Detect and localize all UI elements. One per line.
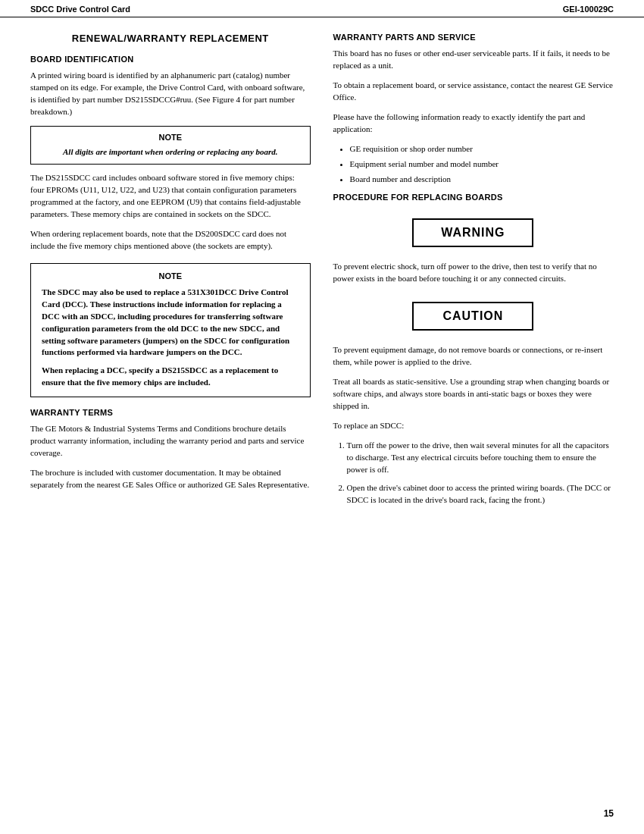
bullet-2: Equipment serial number and model number [350, 158, 614, 171]
warning-label: WARNING [429, 226, 517, 240]
caution-box: CAUTION [412, 302, 533, 331]
board-identification-section: BOARD IDENTIFICATION A printed wiring bo… [30, 55, 311, 397]
note1-title: NOTE [40, 133, 301, 142]
bullet-1: GE requisition or shop order number [350, 143, 614, 155]
warning-box: WARNING [412, 218, 533, 247]
caution-para2: Treat all boards as static-sensitive. Us… [333, 376, 614, 412]
header-left: SDCC Drive Control Card [30, 5, 130, 14]
board-id-para2: The DS215SDCC card includes onboard soft… [30, 172, 311, 221]
note2-para2: When replacing a DCC, specify a DS215SDC… [42, 365, 299, 389]
note1-text: All digits are important when ordering o… [40, 146, 301, 158]
step-2: Open the drive's cabinet door to access … [347, 482, 614, 506]
caution-para1: To prevent equipment damage, do not remo… [333, 344, 614, 368]
warranty-parts-para1: This board has no fuses or other end-use… [333, 48, 614, 72]
board-id-title: BOARD IDENTIFICATION [30, 55, 311, 64]
procedure-intro: To replace an SDCC: [333, 420, 614, 432]
warranty-parts-section: WARRANTY PARTS AND SERVICE This board ha… [333, 33, 614, 185]
right-column: WARRANTY PARTS AND SERVICE This board ha… [333, 33, 614, 514]
warranty-terms-para2: The brochure is included with customer d… [30, 467, 311, 491]
caution-label: CAUTION [429, 309, 517, 323]
warranty-terms-para1: The GE Motors & Industrial Systems Terms… [30, 423, 311, 459]
warranty-parts-para2: To obtain a replacement board, or servic… [333, 80, 614, 104]
main-content: RENEWAL/WARRANTY REPLACEMENT BOARD IDENT… [0, 17, 644, 544]
warranty-parts-title: WARRANTY PARTS AND SERVICE [333, 33, 614, 42]
bullet-3: Board number and description [350, 174, 614, 186]
step-1: Turn off the power to the drive, then wa… [347, 440, 614, 476]
procedure-steps: Turn off the power to the drive, then wa… [333, 440, 614, 506]
warranty-terms-title: WARRANTY TERMS [30, 408, 311, 417]
note-box-1: NOTE All digits are important when order… [30, 126, 311, 165]
note-box-2: NOTE The SDCC may also be used to replac… [30, 263, 311, 398]
warning-text: To prevent electric shock, turn off powe… [333, 261, 614, 285]
page-header: SDCC Drive Control Card GEI-100029C [0, 0, 644, 17]
page-footer: 15 [604, 808, 614, 819]
procedure-title: PROCEDURE FOR REPLACING BOARDS [333, 193, 614, 202]
page-number: 15 [604, 808, 614, 819]
board-id-para1: A printed wiring board is identified by … [30, 70, 311, 118]
left-column: RENEWAL/WARRANTY REPLACEMENT BOARD IDENT… [30, 33, 311, 514]
board-id-para3: When ordering replacement boards, note t… [30, 228, 311, 252]
note2-para1: The SDCC may also be used to replace a 5… [42, 287, 299, 359]
warranty-terms-section: WARRANTY TERMS The GE Motors & Industria… [30, 408, 311, 491]
page: SDCC Drive Control Card GEI-100029C RENE… [0, 0, 644, 834]
header-right: GEI-100029C [563, 5, 614, 14]
warranty-parts-para3: Please have the following information re… [333, 111, 614, 136]
procedure-section: PROCEDURE FOR REPLACING BOARDS WARNING T… [333, 193, 614, 506]
note2-title: NOTE [42, 271, 299, 281]
warranty-bullets: GE requisition or shop order number Equi… [333, 143, 614, 186]
main-section-title: RENEWAL/WARRANTY REPLACEMENT [30, 33, 311, 44]
